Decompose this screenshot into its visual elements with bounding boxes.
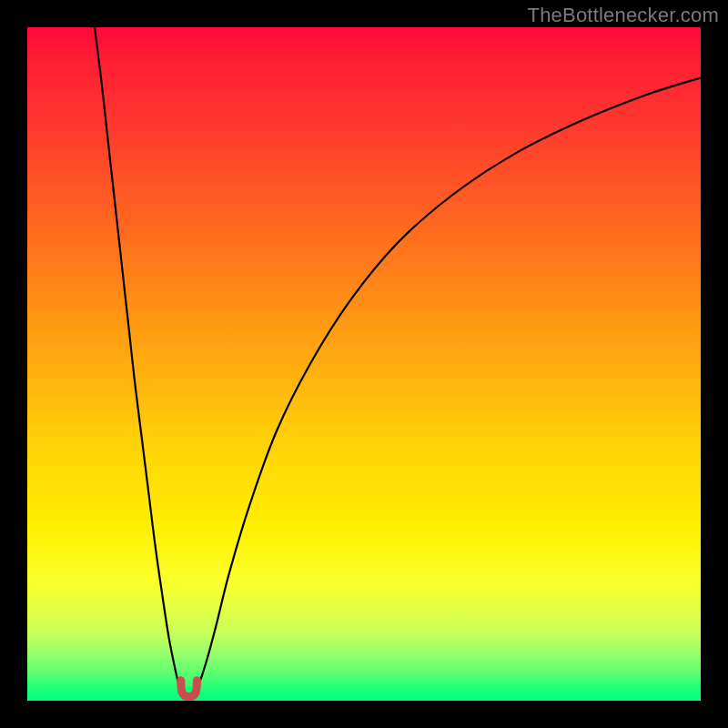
bottleneck-curve-right — [196, 78, 701, 691]
curves-svg — [27, 27, 701, 701]
chart-frame: TheBottlenecker.com — [0, 0, 728, 728]
bottleneck-curve-left — [95, 27, 182, 691]
optimal-marker — [181, 681, 197, 697]
plot-area — [27, 27, 701, 701]
watermark-text: TheBottlenecker.com — [528, 4, 719, 27]
